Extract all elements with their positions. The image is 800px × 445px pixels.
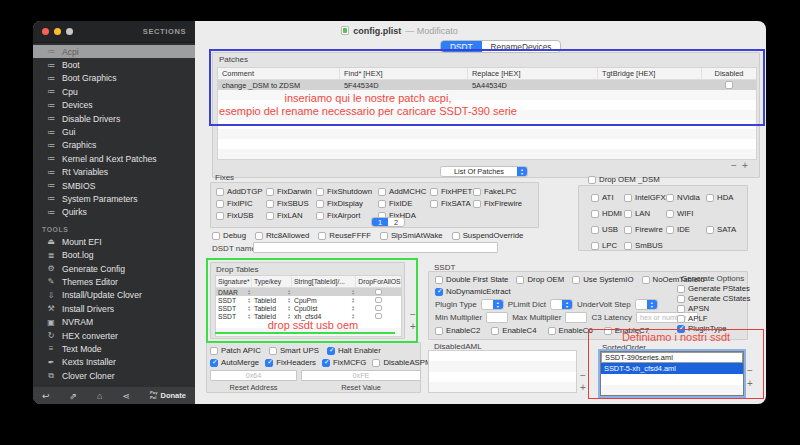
checkbox-fixdarwin[interactable]: FixDarwin <box>266 187 316 196</box>
checkbox-fixsata[interactable]: FixSATA <box>430 199 473 208</box>
tab-renamedevices[interactable]: RenameDevices <box>482 41 561 52</box>
tool-themes-editor[interactable]: ✎Themes Editor <box>33 275 195 288</box>
checkbox-apsn[interactable]: APSN <box>677 304 709 313</box>
tool-install-update-clover[interactable]: ⇩Install/Update Clover <box>33 289 195 302</box>
drop-table-row[interactable]: SSDT▴▾ TableId▴▾ CpuPm▴▾ <box>216 296 401 304</box>
checkbox-lpc[interactable]: LPC <box>591 241 624 250</box>
checkbox-generate-cstates[interactable]: Generate CStates <box>677 294 750 303</box>
remove-sorted-order-button[interactable]: − <box>747 366 753 375</box>
col-disabled[interactable]: Disabled <box>702 68 756 79</box>
stepper-icon[interactable]: ▴▾ <box>288 313 290 319</box>
max-multiplier-field[interactable] <box>565 312 587 323</box>
sorted-order-item-selected[interactable]: SSDT-5-xh_cfsd4.aml <box>601 363 743 374</box>
checkbox-suspendoverride[interactable]: SuspendOverride <box>452 231 524 240</box>
checkbox-plugintype[interactable]: PluginType <box>677 324 727 333</box>
checkbox-fixdisplay[interactable]: FixDisplay <box>316 199 378 208</box>
checkbox-fixlan[interactable]: FixLAN <box>266 211 316 220</box>
donate-button[interactable]: PayPal Donate <box>150 391 186 400</box>
stepper-icon[interactable]: ▴▾ <box>352 297 354 303</box>
dsdt-name-field[interactable] <box>253 242 498 253</box>
checkbox-drop-oem[interactable]: Drop OEM <box>516 275 564 284</box>
remove-disabled-aml-button[interactable]: − <box>580 371 586 380</box>
sidebar-item-system-parameters[interactable]: ≔System Parameters <box>33 192 195 205</box>
checkbox-generate-pstates[interactable]: Generate PStates <box>677 284 750 293</box>
sidebar-item-graphics[interactable]: ≔Graphics <box>33 139 195 152</box>
stepper-icon[interactable]: ▴▾ <box>248 313 250 319</box>
col-type-key[interactable]: Type/key <box>252 276 292 287</box>
stepper-icon[interactable]: ▴▾ <box>248 297 250 303</box>
drop-table-row[interactable]: DMAR▴▾ ▴▾ ▴▾ <box>216 288 401 296</box>
checkbox-fixmcfg[interactable]: FixMCFG <box>322 358 366 367</box>
stepper-icon[interactable]: ▴▾ <box>248 305 250 311</box>
checkbox-nodynamicextract[interactable]: NoDynamicExtract <box>435 287 511 296</box>
tab-dsdt[interactable]: DSDT <box>441 41 482 52</box>
checkbox-patch-apic[interactable]: Patch APIC <box>210 346 261 355</box>
checkbox-firewire[interactable]: Firewire <box>624 225 666 234</box>
stepper-icon[interactable]: ▴▾ <box>288 297 290 303</box>
checkbox-slpsmiatwake[interactable]: SlpSmiAtWake <box>380 231 443 240</box>
min-multiplier-field[interactable] <box>486 312 508 323</box>
tool-clover-cloner[interactable]: ⧉Clover Cloner <box>33 369 195 382</box>
add-disabled-aml-button[interactable]: + <box>580 383 586 392</box>
checkbox-sata[interactable]: SATA <box>706 225 747 234</box>
col-replace-hex[interactable]: Replace [HEX] <box>468 68 598 79</box>
sidebar-item-smbios[interactable]: ≔SMBIOS <box>33 179 195 192</box>
col-signature[interactable]: Signature* <box>216 276 252 287</box>
checkbox-use-systemio[interactable]: Use SystemIO <box>572 275 633 284</box>
plimit-dict-dropdown[interactable]: ▴▾ <box>550 299 573 310</box>
checkbox-enablec2[interactable]: EnableC2 <box>435 326 480 335</box>
stepper-icon[interactable]: ▴▾ <box>288 289 290 295</box>
tool-nvram[interactable]: ▣NVRAM <box>33 315 195 328</box>
undervolt-step-dropdown[interactable]: ▴▾ <box>635 299 658 310</box>
sidebar-item-kernel-kext-patches[interactable]: ≔Kernel and Kext Patches <box>33 152 195 165</box>
checkbox-fixhpet[interactable]: FixHPET <box>430 187 473 196</box>
checkbox-wifi[interactable]: WIFI <box>666 209 706 218</box>
remove-patch-button[interactable]: − <box>731 161 737 170</box>
checkbox-ati[interactable]: ATI <box>591 193 624 202</box>
checkbox-fakelpc[interactable]: FakeLPC <box>473 187 538 196</box>
checkbox-fixsbus[interactable]: FixSBUS <box>266 199 316 208</box>
patch-disabled-checkbox[interactable] <box>725 81 733 89</box>
checkbox-nvidia[interactable]: NVidia <box>666 193 706 202</box>
checkbox-disableaspm[interactable]: DisableASPM <box>372 358 431 367</box>
fixes-page-2[interactable]: 2 <box>388 218 404 226</box>
sidebar-item-devices[interactable]: ≔Devices <box>33 99 195 112</box>
col-dropforallos[interactable]: DropForAllOS <box>356 276 401 287</box>
list-of-patches-dropdown[interactable]: List Of Patches ▴▾ <box>440 166 528 177</box>
tool-install-drivers[interactable]: ⚒Install Drivers <box>33 302 195 315</box>
stepper-icon[interactable]: ▴▾ <box>352 313 354 319</box>
checkbox-aplf[interactable]: APLF <box>677 314 708 323</box>
dropforallos-checkbox[interactable] <box>375 313 382 320</box>
plugin-type-dropdown[interactable]: ▴▾ <box>481 299 504 310</box>
remove-drop-table-button[interactable]: − <box>410 310 416 319</box>
dropforallos-checkbox[interactable] <box>375 289 382 296</box>
checkbox-drop-oem-dsm[interactable]: Drop OEM _DSM <box>588 175 660 184</box>
import-icon[interactable]: ↩ <box>42 391 50 401</box>
sidebar-item-disable-drivers[interactable]: ≔Disable Drivers <box>33 112 195 125</box>
col-tgtbridge-hex[interactable]: TgtBridge [HEX] <box>598 68 702 79</box>
checkbox-smbus[interactable]: SmBUS <box>624 241 666 250</box>
checkbox-hdmi[interactable]: HDMI <box>591 209 624 218</box>
tool-boot-log[interactable]: ≣Boot.log <box>33 248 195 261</box>
sidebar-item-gui[interactable]: ≔Gui <box>33 125 195 138</box>
disabled-aml-list[interactable] <box>428 350 577 393</box>
add-patch-button[interactable]: + <box>742 161 748 170</box>
checkbox-fixusb[interactable]: FixUSB <box>216 211 266 220</box>
checkbox-hda[interactable]: HDA <box>706 193 747 202</box>
sidebar-item-boot[interactable]: ≔Boot <box>33 58 195 71</box>
col-string-tableid[interactable]: String[TableId]/... <box>292 276 356 287</box>
fixes-page-1[interactable]: 1 <box>372 218 388 226</box>
checkbox-lan[interactable]: LAN <box>624 209 666 218</box>
checkbox-intelgfx[interactable]: IntelGFX <box>624 193 666 202</box>
checkbox-reuseffff[interactable]: ReuseFFFF <box>318 231 371 240</box>
tool-generate-config[interactable]: ⚙Generate Config <box>33 262 195 275</box>
close-button[interactable] <box>42 28 49 35</box>
checkbox-adddtgp[interactable]: AddDTGP <box>216 187 266 196</box>
sorted-order-list[interactable]: SSDT-390series.aml SSDT-5-xh_cfsd4.aml <box>600 351 744 396</box>
checkbox-double-first-state[interactable]: Double First State <box>435 275 508 284</box>
checkbox-usb[interactable]: USB <box>591 225 624 234</box>
stepper-icon[interactable]: ▴▾ <box>352 289 354 295</box>
tool-kexts-installer[interactable]: ✒Kexts Installer <box>33 356 195 369</box>
home-icon[interactable]: ⌂ <box>97 391 102 401</box>
checkbox-automerge[interactable]: AutoMerge <box>210 358 259 367</box>
